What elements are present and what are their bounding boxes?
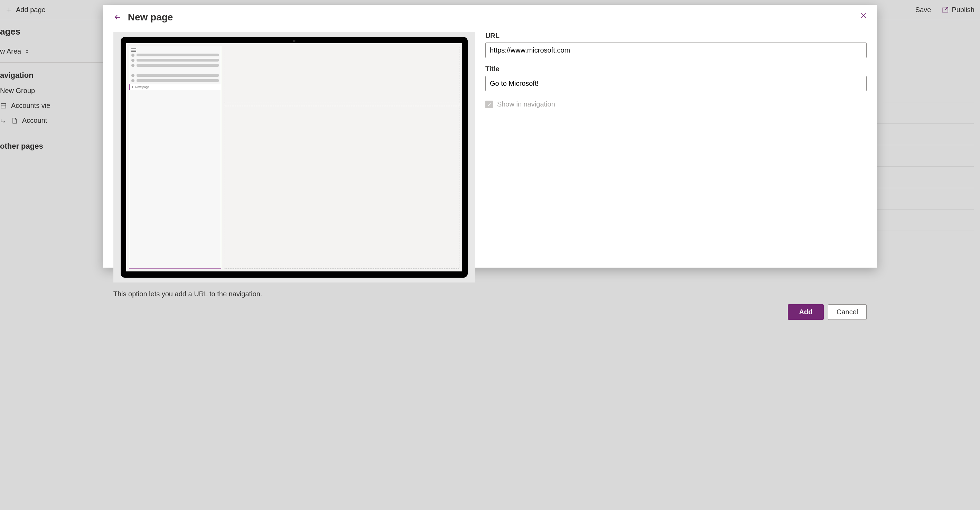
tablet-main [224, 46, 460, 269]
modal-overlay: New page [0, 0, 980, 510]
tablet-placeholder-box [224, 106, 460, 268]
tablet-nav-row [131, 74, 219, 77]
preview-caption: This option lets you add a URL to the na… [113, 290, 475, 298]
tablet-nav: New page [129, 46, 221, 269]
modal-preview-column: New page This option lets you add a URL … [113, 32, 475, 298]
hamburger-icon [131, 48, 136, 51]
close-button[interactable] [860, 12, 867, 21]
tablet-nav-new-page: New page [129, 84, 221, 90]
tablet-mock: New page [121, 37, 468, 278]
tablet-nav-row [131, 59, 219, 62]
arrow-left-icon [113, 13, 122, 21]
modal-footer: Add Cancel [103, 298, 877, 328]
modal-title: New page [128, 12, 173, 23]
new-page-modal: New page [103, 5, 877, 268]
title-field-row: Title [485, 65, 867, 91]
preview-frame: New page [113, 32, 475, 282]
sparkle-icon [131, 85, 134, 89]
back-button[interactable] [113, 13, 122, 21]
tablet-nav-row [131, 54, 219, 57]
url-label: URL [485, 32, 867, 40]
tablet-screen: New page [126, 43, 462, 271]
show-in-nav-row: Show in navigation [485, 100, 867, 108]
url-field-row: URL [485, 32, 867, 58]
tablet-nav-row [131, 79, 219, 82]
cancel-button[interactable]: Cancel [828, 304, 867, 320]
tablet-placeholder-box [224, 46, 460, 104]
show-in-nav-label: Show in navigation [497, 100, 555, 108]
url-input[interactable] [485, 43, 867, 58]
modal-header: New page [103, 5, 877, 26]
title-label: Title [485, 65, 867, 73]
checkmark-icon [487, 102, 492, 107]
modal-body: New page This option lets you add a URL … [103, 26, 877, 298]
show-in-nav-checkbox[interactable] [485, 100, 493, 108]
close-icon [860, 12, 867, 19]
modal-form-column: URL Title Show in navigation [485, 32, 867, 298]
tablet-nav-new-label: New page [135, 85, 150, 89]
add-button[interactable]: Add [788, 304, 824, 320]
title-input[interactable] [485, 76, 867, 91]
tablet-nav-row [131, 64, 219, 67]
